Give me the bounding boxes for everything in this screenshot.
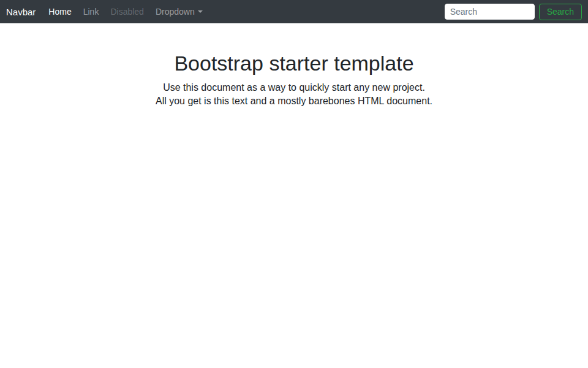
navbar-nav: Home Link Disabled Dropdown bbox=[45, 0, 211, 23]
nav-item-home[interactable]: Home bbox=[45, 7, 74, 17]
search-button[interactable]: Search bbox=[539, 4, 582, 20]
nav-item-dropdown-label: Dropdown bbox=[156, 7, 195, 17]
lead-paragraph: Use this document as a way to quickly st… bbox=[15, 81, 573, 107]
search-input[interactable] bbox=[445, 4, 535, 20]
nav-item-disabled: Disabled bbox=[107, 7, 146, 17]
lead-line-2: All you get is this text and a mostly ba… bbox=[15, 94, 573, 108]
nav-item-link[interactable]: Link bbox=[80, 7, 102, 17]
search-form: Search bbox=[445, 4, 582, 20]
nav-item-dropdown[interactable]: Dropdown bbox=[153, 7, 206, 17]
caret-down-icon bbox=[198, 10, 203, 13]
navbar-brand[interactable]: Navbar bbox=[6, 7, 36, 17]
main-content: Bootstrap starter template Use this docu… bbox=[0, 23, 588, 107]
page-title: Bootstrap starter template bbox=[15, 52, 573, 75]
navbar: Navbar Home Link Disabled Dropdown Searc… bbox=[0, 0, 588, 23]
lead-line-1: Use this document as a way to quickly st… bbox=[15, 81, 573, 94]
